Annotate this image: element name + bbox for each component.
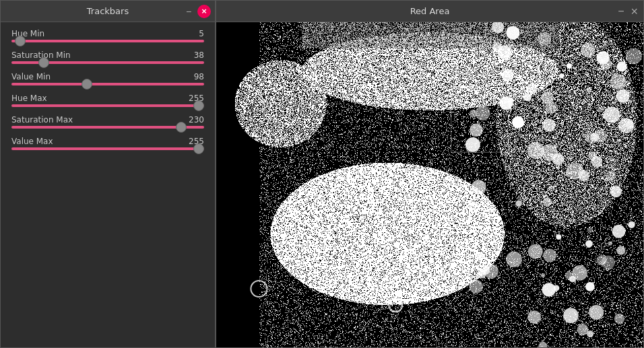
trackbars-content: Hue Min5Saturation Min38Value Min98Hue M… [1,22,215,347]
red-area-title: Red Area [410,6,450,16]
slider-input-value-max[interactable] [11,147,204,150]
trackbars-titlebar: Trackbars − × [1,1,215,22]
slider-group-saturation-max: Saturation Max230 [11,115,204,129]
trackbars-close-button[interactable]: × [197,5,211,18]
slider-input-value-min[interactable] [11,83,204,85]
red-area-titlebar: Red Area − × [216,1,643,22]
slider-input-hue-max[interactable] [11,104,204,107]
trackbars-title: Trackbars [87,6,129,16]
trackbars-panel: Trackbars − × Hue Min5Saturation Min38Va… [0,0,216,348]
slider-group-saturation-min: Saturation Min38 [11,50,204,64]
slider-input-saturation-min[interactable] [11,61,204,64]
slider-input-hue-min[interactable] [11,40,204,42]
slider-input-saturation-max[interactable] [11,126,204,129]
trackbars-window-controls: − × [183,5,211,18]
red-area-image-container [216,22,643,347]
trackbars-minimize-button[interactable]: − [183,5,195,18]
red-area-minimize-button[interactable]: − [616,6,625,17]
red-area-window-controls: − × [616,5,639,18]
slider-group-value-max: Value Max255 [11,137,204,150]
red-area-panel: Red Area − × [216,0,644,348]
slider-group-hue-min: Hue Min5 [11,29,204,42]
slider-group-hue-max: Hue Max255 [11,94,204,107]
red-area-canvas [216,22,643,347]
slider-group-value-min: Value Min98 [11,72,204,85]
red-area-close-button[interactable]: × [629,5,639,18]
